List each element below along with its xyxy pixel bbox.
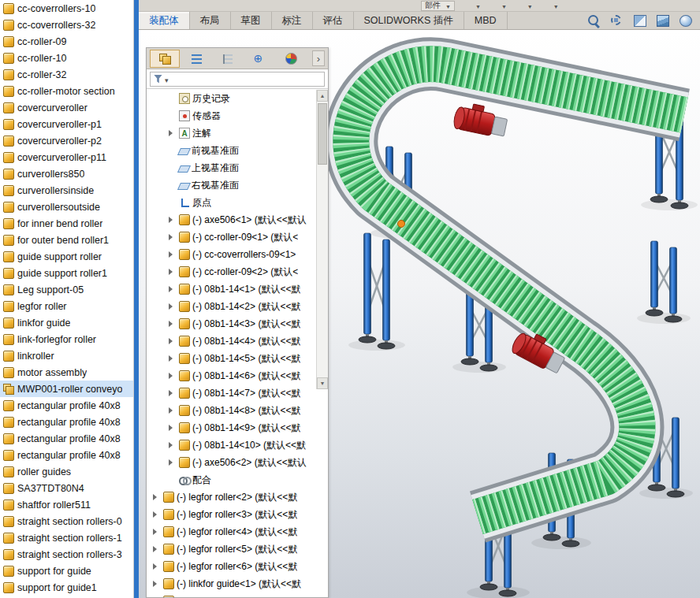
display-style-icon[interactable] [678, 13, 694, 28]
graphics-viewport[interactable]: 历史记录 传感器 注解 [139, 30, 700, 598]
feature-tree-item[interactable]: (-) cc-roller-09<2> (默认< [147, 263, 328, 280]
scroll-down-button[interactable] [317, 377, 328, 389]
document-item[interactable]: rectangular profile 40x8 [0, 447, 133, 463]
feature-tree-item[interactable]: (-) 08b1-14<2> (默认<<默 [147, 298, 328, 315]
document-item[interactable]: rectangular profile 40x8 [0, 397, 133, 414]
expand-arrow-icon[interactable] [169, 217, 177, 223]
feature-tree-item[interactable]: (-) legfor roller<3> (默认<<默 [147, 506, 328, 523]
ribbon-tab[interactable]: 草图 [231, 12, 272, 29]
document-item[interactable]: support for guide1 [0, 579, 133, 596]
scroll-thumb[interactable] [318, 103, 327, 165]
expand-arrow-icon[interactable] [169, 269, 177, 275]
expand-arrow-icon[interactable] [153, 581, 161, 587]
document-item[interactable]: motor assembly [0, 364, 133, 381]
document-item[interactable]: curverollersoutside [0, 199, 133, 215]
document-item[interactable]: for outer bend roller1 [0, 232, 133, 248]
document-item[interactable]: covercurveroller-p11 [0, 149, 133, 165]
document-item[interactable]: Leg support-05 [0, 281, 133, 298]
feature-tree-item[interactable]: 注解 [147, 124, 328, 142]
expand-arrow-icon[interactable] [169, 303, 177, 310]
document-item[interactable]: MWP001-roller conveyo [0, 381, 133, 397]
document-item[interactable]: linkroller [0, 347, 133, 364]
expand-arrow-icon[interactable] [153, 494, 161, 500]
document-item[interactable]: covercurveroller [0, 99, 133, 116]
feature-tree-item[interactable]: 右视基准面 [147, 176, 328, 194]
chevron-down-icon[interactable] [527, 2, 533, 10]
feature-tree-item[interactable]: (-) legfor roller<6> (默认<<默 [147, 558, 328, 575]
expand-arrow-icon[interactable] [169, 459, 177, 466]
feature-tree-item[interactable]: (-) linkfor guide<1> (默认<<默 [147, 575, 328, 592]
expand-arrow-icon[interactable] [169, 130, 177, 136]
expand-flyout-button[interactable] [312, 50, 325, 66]
feature-tree-item[interactable]: (-) 08b1-14<8> (默认<<默 [147, 402, 328, 419]
manager-tab[interactable] [213, 50, 243, 68]
document-item[interactable]: cc-roller-10 [0, 50, 133, 66]
manager-tab[interactable] [244, 50, 274, 68]
expand-arrow-icon[interactable] [153, 511, 161, 518]
component-dropdown[interactable]: 部件 [421, 1, 455, 11]
document-item[interactable]: linkfor guide [0, 314, 133, 331]
document-item[interactable]: rectangular profile 40x8 [0, 414, 133, 430]
feature-tree-item[interactable]: 配合 [147, 471, 328, 488]
ribbon-tab[interactable]: 标注 [272, 12, 313, 29]
expand-arrow-icon[interactable] [153, 563, 161, 570]
document-item[interactable]: support for guide [0, 563, 133, 579]
document-item[interactable]: cc-roller-motor section [0, 83, 133, 99]
document-item[interactable]: curverollersinside [0, 182, 133, 199]
view-orientation-icon[interactable] [655, 13, 671, 28]
document-item[interactable]: guide support roller [0, 248, 133, 265]
ribbon-tab[interactable]: 评估 [313, 12, 354, 29]
document-item[interactable]: straight section rollers-1 [0, 529, 133, 546]
expand-arrow-icon[interactable] [169, 407, 177, 414]
chevron-down-icon[interactable] [475, 2, 481, 10]
feature-tree-item[interactable]: 传感器 [147, 107, 328, 124]
ribbon-tab[interactable]: 布局 [190, 12, 231, 29]
ribbon-tab[interactable]: 装配体 [139, 12, 190, 29]
ribbon-tab[interactable]: MBD [464, 12, 508, 29]
feature-tree-item[interactable]: (-) legfor roller<2> (默认<<默 [147, 488, 328, 506]
tree-scrollbar[interactable] [316, 90, 328, 389]
ribbon-tab[interactable]: SOLIDWORKS 插件 [354, 12, 464, 29]
document-item[interactable]: shaftfor roller511 [0, 496, 133, 513]
chevron-down-icon[interactable] [501, 2, 507, 10]
expand-arrow-icon[interactable] [169, 338, 177, 344]
expand-arrow-icon[interactable] [153, 546, 161, 552]
manager-tab[interactable] [181, 50, 211, 68]
document-item[interactable]: cc-roller-32 [0, 66, 133, 83]
document-item[interactable]: legfor roller [0, 298, 133, 314]
feature-tree-item[interactable]: (-) 08b1-14<10> (默认<<默 [147, 436, 328, 454]
expand-arrow-icon[interactable] [169, 355, 177, 362]
feature-tree-item[interactable]: 前视基准面 [147, 142, 328, 159]
feature-tree-item[interactable] [147, 592, 328, 597]
feature-tree-item[interactable]: 上视基准面 [147, 159, 328, 176]
document-item[interactable]: SA37TDT80N4 [0, 480, 133, 496]
document-item[interactable]: for inner bend roller [0, 215, 133, 232]
feature-tree-item[interactable]: (-) legfor roller<5> (默认<<默 [147, 540, 328, 558]
document-item[interactable]: straight section rollers-3 [0, 546, 133, 563]
document-item[interactable]: cc-coverrollers-10 [0, 0, 133, 17]
feature-tree-item[interactable]: (-) 08b1-14<3> (默认<<默 [147, 315, 328, 332]
feature-tree-item[interactable]: (-) cc-roller-09<1> (默认< [147, 228, 328, 246]
chevron-down-icon[interactable] [553, 2, 559, 10]
document-item[interactable]: cc-coverrollers-32 [0, 17, 133, 33]
feature-tree-item[interactable]: (-) axe506<2> (默认<<默认 [147, 454, 328, 471]
manager-tab[interactable] [276, 50, 306, 68]
scroll-up-button[interactable] [317, 90, 328, 102]
feature-tree-item[interactable]: (-) 08b1-14<5> (默认<<默 [147, 350, 328, 367]
feature-tree-item[interactable]: (-) 08b1-14<7> (默认<<默 [147, 384, 328, 402]
feature-tree-item[interactable]: (-) 08b1-14<9> (默认<<默 [147, 419, 328, 436]
document-item[interactable]: covercurveroller-p2 [0, 132, 133, 149]
expand-arrow-icon[interactable] [169, 373, 177, 379]
expand-arrow-icon[interactable] [169, 286, 177, 292]
document-item[interactable]: curverollers850 [0, 165, 133, 182]
feature-tree-item[interactable]: (-) legfor roller<4> (默认<<默 [147, 523, 328, 540]
feature-tree-item[interactable]: 历史记录 [147, 90, 328, 107]
document-item[interactable]: rectangular profile 40x8 [0, 430, 133, 447]
feature-tree-item[interactable]: (-) axe506<1> (默认<<默认 [147, 211, 328, 228]
expand-arrow-icon[interactable] [169, 321, 177, 327]
zoom-to-area-icon[interactable] [609, 13, 625, 28]
zoom-fit-icon[interactable] [586, 13, 602, 28]
expand-arrow-icon[interactable] [153, 529, 161, 535]
document-item[interactable]: roller guides [0, 463, 133, 480]
expand-arrow-icon[interactable] [169, 234, 177, 240]
